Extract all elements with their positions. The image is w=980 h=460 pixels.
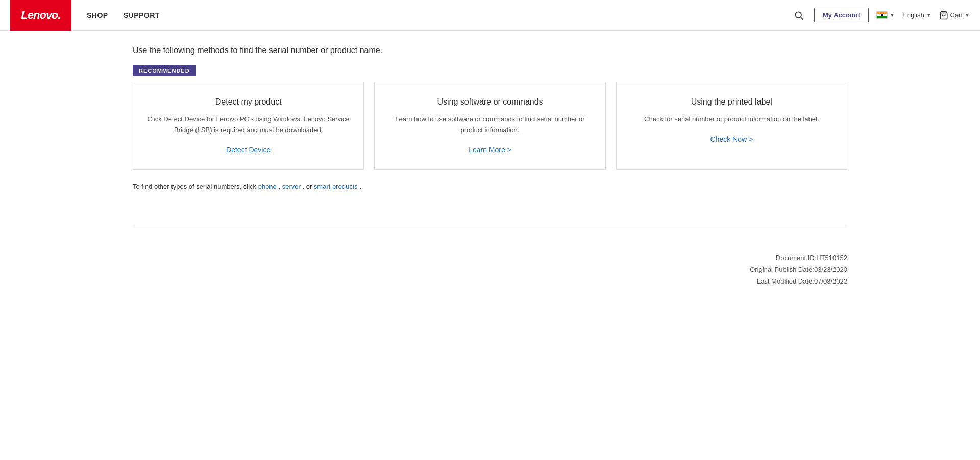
find-serial-suffix: . <box>358 183 361 190</box>
cart-icon <box>939 11 948 20</box>
find-serial-sep2: , or <box>301 183 314 190</box>
intro-text: Use the following methods to find the se… <box>133 46 847 55</box>
phone-link[interactable]: phone <box>258 183 277 190</box>
language-label: English <box>902 11 924 19</box>
printed-label-card: Using the printed label Check for serial… <box>616 82 847 170</box>
original-publish-date: Original Publish Date:03/23/2020 <box>0 264 847 275</box>
learn-more-link[interactable]: Learn More > <box>469 146 511 154</box>
nav-support[interactable]: SUPPORT <box>124 11 160 19</box>
cart-label: Cart <box>950 11 963 19</box>
server-link[interactable]: server <box>282 183 301 190</box>
cart-button[interactable]: Cart ▼ <box>939 11 970 20</box>
detect-product-body: Click Detect Device for Lenovo PC's usin… <box>143 114 353 136</box>
recommended-badge: RECOMMENDED <box>133 65 196 76</box>
language-selector-button[interactable]: English ▼ <box>902 11 932 19</box>
search-icon <box>794 10 804 20</box>
detect-product-card: Detect my product Click Detect Device fo… <box>133 82 364 170</box>
cards-container: Detect my product Click Detect Device fo… <box>133 82 847 170</box>
document-id: Document ID:HT510152 <box>0 252 847 264</box>
find-serial-prefix: To find other types of serial numbers, c… <box>133 183 258 190</box>
lenovo-logo: Lenovo. <box>21 9 60 22</box>
find-serial-text: To find other types of serial numbers, c… <box>133 183 847 190</box>
nav-shop[interactable]: SHOP <box>87 11 108 19</box>
check-now-link[interactable]: Check Now > <box>710 135 753 143</box>
cart-chevron-icon: ▼ <box>965 12 970 18</box>
detect-device-link[interactable]: Detect Device <box>226 146 271 154</box>
printed-label-body: Check for serial number or product infor… <box>627 114 837 125</box>
section-divider <box>133 226 847 226</box>
my-account-button[interactable]: My Account <box>814 8 869 22</box>
main-nav: SHOP SUPPORT <box>87 11 160 19</box>
search-button[interactable] <box>791 8 806 23</box>
header-right: My Account ▼ English ▼ Cart ▼ <box>791 8 970 23</box>
detect-product-title: Detect my product <box>143 97 353 107</box>
doc-info: Document ID:HT510152 Original Publish Da… <box>0 252 980 288</box>
logo-area[interactable]: Lenovo. <box>10 0 71 31</box>
find-serial-sep1: , <box>277 183 280 190</box>
header: Lenovo. SHOP SUPPORT My Account ▼ Englis… <box>0 0 980 31</box>
software-commands-title: Using software or commands <box>385 97 595 107</box>
svg-point-0 <box>795 12 801 18</box>
region-chevron-icon: ▼ <box>890 12 895 18</box>
printed-label-title: Using the printed label <box>627 97 837 107</box>
software-commands-card: Using software or commands Learn how to … <box>374 82 605 170</box>
india-flag-icon <box>876 11 888 19</box>
smart-products-link[interactable]: smart products <box>314 183 358 190</box>
svg-line-1 <box>801 17 803 19</box>
main-content: Use the following methods to find the se… <box>0 31 980 226</box>
language-chevron-icon: ▼ <box>926 12 932 18</box>
last-modified-date: Last Modified Date:07/08/2022 <box>0 275 847 287</box>
software-commands-body: Learn how to use software or commands to… <box>385 114 595 136</box>
region-selector-button[interactable]: ▼ <box>876 11 895 19</box>
